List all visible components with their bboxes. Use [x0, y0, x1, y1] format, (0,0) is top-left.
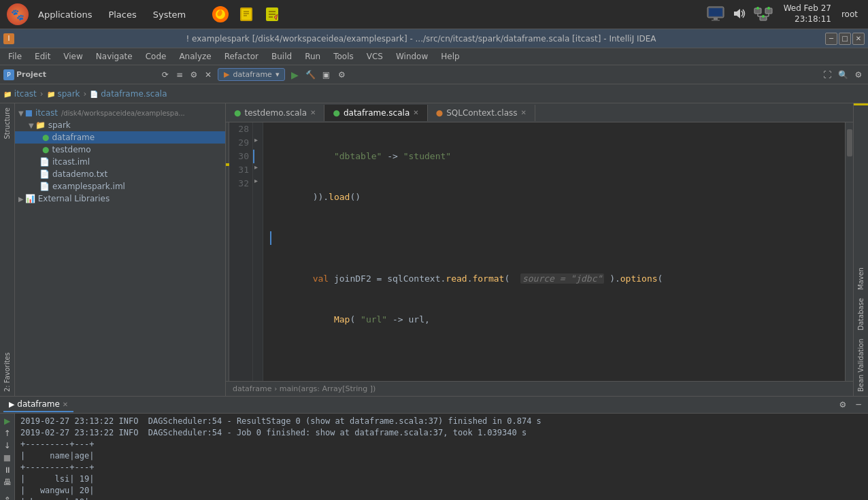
taskbar-nav: Applications Places System [34, 7, 190, 22]
line-numbers: 28 29 30 31 32 [229, 122, 253, 381]
breadcrumb-file[interactable]: 📄 dataframe.scala [90, 89, 167, 99]
network-icon[interactable] [753, 4, 773, 25]
menu-edit[interactable]: Edit [30, 50, 55, 63]
close-button[interactable]: ✕ [852, 33, 865, 45]
tab-sqlcontext-close[interactable]: ✕ [521, 109, 527, 116]
testdemo-file-icon: ● [42, 145, 49, 154]
run-close-icon[interactable]: ─ [852, 399, 865, 411]
run-print-button[interactable]: 🖶 [1, 478, 14, 487]
ext-lib-arrow: ▶ [18, 195, 24, 203]
menu-window[interactable]: Window [391, 50, 433, 63]
tree-testdemo-file[interactable]: ● testdemo [15, 144, 225, 156]
gnome-logo[interactable]: 🐾 [7, 3, 29, 25]
tree-dataframe-file[interactable]: ● dataframe [15, 131, 225, 144]
right-strip: Maven Database Bean Validation [853, 103, 868, 396]
volume-icon[interactable] [731, 5, 748, 24]
line-num-31: 31 [229, 163, 249, 177]
datademo-label: datademo.txt [52, 169, 107, 179]
run-header: ▶ dataframe ✕ ⚙ ─ [0, 397, 868, 414]
menu-navigate[interactable]: Navigate [91, 50, 137, 63]
fold-29[interactable]: ▸ [254, 136, 258, 144]
run-output[interactable]: 2019-02-27 23:13:22 INFO DAGScheduler:54… [15, 414, 868, 500]
debug-config-button[interactable]: ⚙ [335, 69, 348, 81]
run-scroll-up-button[interactable]: ⇑ [1, 495, 14, 500]
gear-icon[interactable]: ⚙ [188, 69, 200, 81]
menu-view[interactable]: View [59, 50, 87, 63]
left-strip: Structure 2: Favorites [0, 103, 15, 396]
run-config-dropdown[interactable]: ▶ dataframe ▾ [218, 68, 285, 81]
menu-vcs[interactable]: VCS [362, 50, 388, 63]
coverage-button[interactable]: ▣ [320, 69, 332, 81]
iml2-icon: 📄 [39, 182, 50, 191]
quickref-icon[interactable] [236, 4, 256, 24]
run-left-toolbar: ▶ ↑ ↓ ■ ⏸ 🖶 ⇑ ⇓ 📌 🗑 [0, 414, 15, 500]
tree-root-itcast[interactable]: ▼ ■ itcast /disk4/workspaceidea/examples… [15, 107, 225, 119]
taskbar-right: Wed Feb 27 23:18:11 root [705, 3, 868, 24]
firefox-icon[interactable] [210, 4, 231, 24]
tree-itcast-iml[interactable]: 📄 itcast.iml [15, 156, 225, 168]
menu-file[interactable]: File [3, 50, 27, 63]
editor-scrollbar[interactable] [845, 122, 853, 381]
structure-tab[interactable]: Structure [1, 103, 14, 144]
tab-testdemo[interactable]: ● testdemo.scala ✕ [226, 105, 324, 121]
close-project-icon[interactable]: ✕ [202, 69, 214, 81]
breadcrumb-itcast[interactable]: 📁 itcast [3, 89, 37, 99]
database-tab[interactable]: Database [854, 294, 867, 335]
line-num-29: 29 [229, 136, 249, 150]
code-line-31: val joinDF2 = sqlContext.read.format( so… [270, 272, 838, 286]
tree-spark-folder[interactable]: ▼ 📁 spark [15, 119, 225, 131]
code-content[interactable]: "dbtable" -> "student" )).load() val joi… [263, 122, 845, 381]
maven-tab[interactable]: Maven [854, 105, 867, 294]
run-up-button[interactable]: ↑ [1, 429, 14, 438]
code-line-29: )).load() [270, 190, 838, 204]
settings-button[interactable]: ⚙ [852, 69, 865, 81]
menu-code[interactable]: Code [141, 50, 171, 63]
run-tab-arrow: ▶ [9, 400, 14, 409]
run-pause-button[interactable]: ⏸ [1, 465, 14, 475]
run-button[interactable]: ▶ [288, 69, 301, 81]
menu-build[interactable]: Build [267, 50, 297, 63]
run-down-button[interactable]: ↓ [1, 441, 14, 450]
run-settings-icon[interactable]: ⚙ [837, 399, 849, 411]
tab-dataframe[interactable]: ● dataframe.scala ✕ [324, 105, 427, 121]
menu-analyze[interactable]: Analyze [174, 50, 216, 63]
run-tab-run[interactable]: ▶ dataframe ✕ [3, 397, 73, 412]
breadcrumb-spark[interactable]: 📁 spark [47, 89, 80, 99]
menu-help[interactable]: Help [436, 50, 464, 63]
taskbar-applications[interactable]: Applications [34, 7, 96, 22]
tree-arrow-spark: ▼ [29, 122, 34, 129]
tab-bar: ● testdemo.scala ✕ ● dataframe.scala ✕ ●… [226, 103, 853, 122]
favorites-tab[interactable]: 2: Favorites [1, 348, 14, 396]
tab-testdemo-close[interactable]: ✕ [310, 109, 316, 116]
fullscreen-button[interactable]: ⛶ [821, 69, 833, 81]
menu-refactor[interactable]: Refactor [220, 50, 263, 63]
tree-examplespark-iml[interactable]: 📄 examplespark.iml [15, 180, 225, 193]
svg-point-26 [762, 15, 765, 18]
spark-folder-label: spark [48, 120, 71, 130]
menu-run[interactable]: Run [300, 50, 325, 63]
code-editor[interactable]: 28 29 30 31 32 ▸ ▸ ▸ "dbtable" -> "stude… [226, 122, 853, 381]
tree-external-libraries[interactable]: ▶ 📊 External Libraries [15, 193, 225, 205]
log-line-3: +---------+---+ [20, 439, 863, 450]
tab-dataframe-close[interactable]: ✕ [413, 109, 418, 116]
run-restart-button[interactable]: ▶ [1, 416, 14, 426]
fold-31[interactable]: ▸ [254, 163, 258, 171]
maximize-button[interactable]: □ [839, 33, 851, 45]
minimize-button[interactable]: ─ [825, 33, 837, 45]
run-tab-close[interactable]: ✕ [63, 401, 68, 408]
datetime-display: Wed Feb 27 23:18:11 [784, 3, 831, 24]
search-everywhere-button[interactable]: 🔍 [837, 69, 849, 81]
sync-icon[interactable]: ⟳ [159, 69, 171, 81]
taskbar-system[interactable]: System [149, 7, 190, 22]
menu-tools[interactable]: Tools [329, 50, 358, 63]
fold-32[interactable]: ▸ [254, 177, 258, 184]
bean-validation-tab[interactable]: Bean Validation [854, 335, 867, 396]
tree-datademo-txt[interactable]: 📄 datademo.txt [15, 168, 225, 180]
build-button[interactable]: 🔨 [304, 69, 316, 81]
notes-icon[interactable] [262, 4, 282, 24]
taskbar-places[interactable]: Places [104, 7, 140, 22]
scrollbar-thumb[interactable] [847, 129, 852, 156]
collapse-icon[interactable]: ≡ [173, 69, 186, 81]
tab-sqlcontext[interactable]: ● SQLContext.class ✕ [428, 105, 535, 121]
run-stop-button[interactable]: ■ [1, 453, 14, 463]
